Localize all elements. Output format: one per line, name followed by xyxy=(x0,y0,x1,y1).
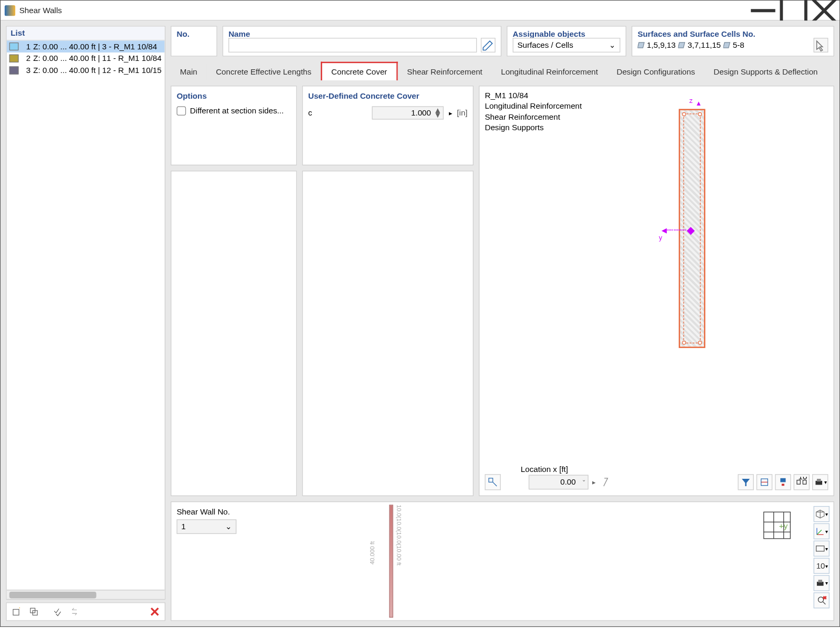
minimize-button[interactable] xyxy=(748,1,778,20)
shear-wall-elevation: 40.000 ft 10.0(10.0(10.0(10.00 ft xyxy=(381,505,401,617)
svg-point-31 xyxy=(818,597,823,602)
cover-label: c xyxy=(308,108,319,118)
surfaces-field[interactable]: 1,5,9,133,7,11,155-8 xyxy=(637,38,811,52)
svg-rect-4 xyxy=(13,610,19,615)
swap-button[interactable] xyxy=(68,604,82,619)
tab-concrete-cover[interactable]: Concrete Cover xyxy=(321,62,398,80)
preview-line: R_M1 10/84 xyxy=(485,90,582,101)
location-value: 0.00 xyxy=(560,478,576,487)
svg-rect-12 xyxy=(780,478,785,482)
y-axis-label: y xyxy=(659,234,662,241)
z-axis-label: z xyxy=(689,97,692,104)
list-item[interactable]: 1Z: 0.00 ... 40.00 ft | 3 - R_M1 10/84 xyxy=(7,40,165,52)
shear-wall-select[interactable]: 1 ⌄ xyxy=(176,519,236,534)
svg-rect-17 xyxy=(816,479,821,481)
cover-value: 1.000 xyxy=(411,108,431,118)
wireframe-cube-icon: +y xyxy=(760,509,793,542)
svg-text:10: 10 xyxy=(816,561,825,570)
preview-line: Shear Reinforcement xyxy=(485,112,582,122)
jump-tool-button[interactable] xyxy=(485,474,500,490)
delete-button[interactable] xyxy=(148,604,162,619)
chevron-down-icon: ⌄ xyxy=(609,40,616,50)
maximize-button[interactable] xyxy=(779,1,809,20)
svg-text:+y: +y xyxy=(779,521,788,530)
cover-unit: [in] xyxy=(457,108,467,118)
svg-line-26 xyxy=(817,530,822,534)
pick-surfaces-button[interactable] xyxy=(814,38,828,52)
new-item-button[interactable] xyxy=(9,604,24,619)
empty-panel-2 xyxy=(302,171,474,496)
list-hscroll[interactable] xyxy=(7,590,165,599)
different-sides-checkbox[interactable]: Different at section sides... xyxy=(176,106,291,116)
checkbox-icon xyxy=(176,106,186,116)
scale-button[interactable]: 100 xyxy=(794,474,810,490)
shear-wall-header: Shear Wall No. xyxy=(176,507,828,517)
arrow-right-icon: ▸ xyxy=(449,110,452,117)
shear-wall-value: 1 xyxy=(181,522,185,531)
name-input[interactable] xyxy=(228,38,477,52)
location-label: Location x [ft] xyxy=(521,465,568,475)
name-edit-button[interactable] xyxy=(481,38,496,52)
axis-view-button[interactable]: ▾ xyxy=(814,523,830,539)
dimension-button[interactable] xyxy=(757,474,772,490)
svg-line-32 xyxy=(823,602,825,604)
assignable-combo[interactable]: Surfaces / Cells ⌄ xyxy=(513,38,621,52)
list-item[interactable]: 2Z: 0.00 ... 40.00 ft | 11 - R_M1 10/84 xyxy=(7,52,165,65)
print-view-button[interactable]: ▾ xyxy=(814,575,830,591)
cover-panel: User-Defined Concrete Cover c 1.000 ▲▼ ▸… xyxy=(302,86,474,165)
values-button[interactable] xyxy=(775,474,791,490)
cover-header: User-Defined Concrete Cover xyxy=(308,92,468,101)
tab-shear-reinforcement[interactable]: Shear Reinforcement xyxy=(398,63,492,80)
app-icon xyxy=(5,5,15,15)
list-item[interactable]: 3Z: 0.00 ... 40.00 ft | 12 - R_M1 10/15 xyxy=(7,65,165,77)
section-preview: R_M1 10/84Longitudinal ReinforcementShea… xyxy=(479,86,834,496)
shear-wall-panel: Shear Wall No. 1 ⌄ 40.000 ft 10.0(10.0(1… xyxy=(171,501,834,621)
tab-concrete-effective-lengths[interactable]: Concrete Effective Lengths xyxy=(206,63,320,80)
svg-rect-1 xyxy=(781,0,806,23)
empty-panel-1 xyxy=(171,171,297,496)
list-rows[interactable]: 1Z: 0.00 ... 40.00 ft | 3 - R_M1 10/842Z… xyxy=(7,40,165,590)
text-size-button[interactable]: 10▾ xyxy=(814,558,830,574)
assignable-value: Surfaces / Cells xyxy=(517,40,573,50)
tab-design-configurations[interactable]: Design Configurations xyxy=(607,63,705,80)
checkbox-label: Different at section sides... xyxy=(190,106,284,116)
close-button[interactable] xyxy=(809,1,839,20)
iso-view-button[interactable]: ▾ xyxy=(814,506,830,522)
svg-rect-27 xyxy=(816,546,824,551)
cover-input[interactable]: 1.000 ▲▼ ▸ xyxy=(372,106,444,119)
tab-bar: MainConcrete Effective LengthsConcrete C… xyxy=(171,62,834,80)
check-all-button[interactable] xyxy=(50,604,65,619)
filter-button[interactable] xyxy=(738,474,753,490)
svg-text:100: 100 xyxy=(799,477,807,481)
options-panel: Options Different at section sides... xyxy=(171,86,297,165)
options-header: Options xyxy=(176,92,291,101)
window-title: Shear Walls xyxy=(19,6,748,15)
no-header: No. xyxy=(176,29,211,41)
svg-rect-30 xyxy=(818,580,822,582)
display-button[interactable]: ▾ xyxy=(814,541,830,556)
location-input[interactable]: 0.00 ⌄ xyxy=(529,475,589,489)
print-button[interactable]: ▾ xyxy=(812,474,828,490)
tab-main[interactable]: Main xyxy=(171,63,206,80)
svg-rect-9 xyxy=(489,478,493,482)
reset-zoom-button[interactable] xyxy=(814,592,830,608)
list-header: List xyxy=(7,27,165,41)
copy-item-button[interactable] xyxy=(27,604,41,619)
tab-longitudinal-reinforcement[interactable]: Longitudinal Reinforcement xyxy=(492,63,607,80)
filter-arrow-button[interactable] xyxy=(600,474,615,490)
preview-line: Design Supports xyxy=(485,122,582,133)
preview-line: Longitudinal Reinforcement xyxy=(485,101,582,111)
tab-design-supports-deflection[interactable]: Design Supports & Deflection xyxy=(705,63,827,80)
